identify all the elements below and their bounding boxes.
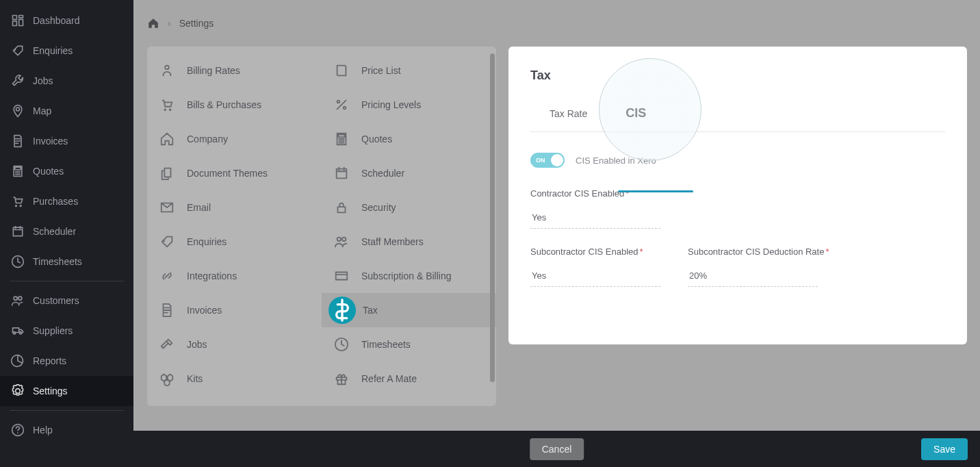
settings-item-subscription-billing[interactable]: Subscription & Billing — [322, 259, 496, 293]
settings-item-tax[interactable]: Tax — [322, 293, 496, 327]
settings-item-integrations[interactable]: Integrations — [147, 259, 322, 293]
settings-item-pricing-levels[interactable]: Pricing Levels — [322, 88, 496, 122]
settings-item-invoices[interactable]: Invoices — [147, 293, 322, 327]
main-content: › Settings Billing RatesBills & Purchase… — [133, 0, 980, 431]
breadcrumb: › Settings — [133, 0, 980, 47]
sidebar-item-label: Scheduler — [33, 226, 76, 237]
settings-item-label: Integrations — [187, 270, 237, 281]
bottom-bar: Cancel Save — [133, 431, 980, 467]
sidebar-item-label: Timesheets — [33, 256, 82, 267]
settings-item-jobs[interactable]: Jobs — [147, 327, 322, 362]
toggle-description: CIS Enabled in Xero — [576, 155, 656, 166]
person-icon — [159, 63, 175, 78]
settings-item-enquiries[interactable]: Enquiries — [147, 225, 322, 259]
settings-item-label: Tax — [363, 305, 378, 316]
book-icon — [334, 63, 349, 78]
calendar-icon — [11, 225, 25, 238]
sidebar-divider — [10, 281, 124, 281]
settings-item-email[interactable]: Email — [147, 190, 322, 225]
panel-title: Tax — [530, 68, 945, 83]
settings-item-security[interactable]: Security — [322, 190, 496, 225]
home-icon — [159, 131, 175, 147]
clock-icon — [11, 255, 25, 268]
active-tab-underline — [618, 190, 693, 192]
gift-icon — [334, 371, 349, 386]
contractor-cis-select[interactable]: Yes — [530, 208, 660, 229]
settings-item-company[interactable]: Company — [147, 122, 322, 156]
sidebar-item-enquiries[interactable]: Enquiries — [0, 36, 133, 66]
truck-icon — [11, 324, 25, 338]
sidebar-item-label: Quotes — [33, 166, 64, 177]
settings-item-bills-purchases[interactable]: Bills & Purchases — [147, 88, 322, 122]
settings-item-label: Staff Members — [361, 236, 424, 247]
clock-icon — [334, 337, 349, 352]
tab-tax-rate[interactable]: Tax Rate — [530, 101, 606, 130]
dashboard-icon — [11, 14, 25, 27]
wrench-icon — [11, 74, 25, 88]
settings-item-kits[interactable]: Kits — [147, 362, 322, 396]
settings-item-refer-a-mate[interactable]: Refer A Mate — [322, 362, 496, 396]
sidebar-item-label: Dashboard — [33, 15, 80, 26]
settings-item-scheduler[interactable]: Scheduler — [322, 156, 496, 190]
sidebar-item-scheduler[interactable]: Scheduler — [0, 216, 133, 247]
settings-item-timesheets[interactable]: Timesheets — [322, 327, 496, 362]
sidebar-item-map[interactable]: Map — [0, 96, 133, 126]
settings-item-label: Pricing Levels — [361, 99, 421, 110]
mail-icon — [159, 200, 175, 215]
sidebar-item-label: Suppliers — [33, 325, 73, 336]
sidebar-item-help[interactable]: Help — [0, 415, 133, 445]
settings-item-label: Jobs — [187, 339, 207, 350]
toggle-knob — [551, 154, 563, 166]
settings-item-staff-members[interactable]: Staff Members — [322, 225, 496, 259]
sidebar-item-invoices[interactable]: Invoices — [0, 126, 133, 156]
scrollbar[interactable] — [490, 53, 495, 382]
subcontractor-cis-select[interactable]: Yes — [530, 266, 660, 287]
tax-panel: Tax Tax Rate CIS ON CIS Enabled in Xero … — [508, 47, 967, 344]
deduction-rate-select[interactable]: 20% — [688, 266, 818, 287]
card-icon — [334, 268, 349, 283]
settings-item-label: Quotes — [361, 134, 392, 144]
settings-item-billing-rates[interactable]: Billing Rates — [147, 53, 322, 88]
doc-icon — [11, 134, 25, 148]
chevron-right-icon: › — [168, 18, 171, 29]
cis-enabled-toggle[interactable]: ON — [530, 153, 565, 168]
sidebar-item-purchases[interactable]: Purchases — [0, 186, 133, 216]
doc-icon — [159, 303, 175, 318]
calendar-icon — [334, 166, 349, 181]
settings-item-label: Timesheets — [361, 339, 411, 350]
calc-icon — [11, 164, 25, 178]
tags-icon — [159, 234, 175, 249]
settings-item-label: Invoices — [187, 305, 222, 316]
sidebar-item-reports[interactable]: Reports — [0, 346, 133, 376]
sidebar-item-jobs[interactable]: Jobs — [0, 66, 133, 96]
sidebar-item-label: Jobs — [33, 75, 53, 86]
toggle-on-label: ON — [536, 157, 545, 164]
lock-icon — [334, 200, 349, 215]
cis-toggle-row: ON CIS Enabled in Xero — [530, 153, 945, 168]
sidebar-item-customers[interactable]: Customers — [0, 286, 133, 316]
settings-item-price-list[interactable]: Price List — [322, 53, 496, 88]
hammer-icon — [159, 337, 175, 352]
save-button[interactable]: Save — [921, 438, 968, 460]
cancel-button[interactable]: Cancel — [530, 438, 584, 460]
tags-icon — [11, 44, 25, 58]
home-icon[interactable] — [147, 17, 159, 29]
cart-icon — [159, 97, 175, 112]
settings-item-label: Kits — [187, 373, 203, 384]
settings-item-label: Refer A Mate — [361, 373, 417, 384]
dollar-icon — [328, 296, 356, 324]
tab-cis[interactable]: CIS — [606, 99, 665, 131]
settings-item-quotes[interactable]: Quotes — [322, 122, 496, 156]
sidebar-item-timesheets[interactable]: Timesheets — [0, 247, 133, 277]
sidebar-item-label: Purchases — [33, 196, 78, 207]
sidebar-item-dashboard[interactable]: Dashboard — [0, 5, 133, 36]
sidebar-item-label: Invoices — [33, 136, 68, 147]
pie-icon — [11, 354, 25, 368]
sidebar-item-quotes[interactable]: Quotes — [0, 156, 133, 186]
users-icon — [11, 294, 25, 307]
settings-item-document-themes[interactable]: Document Themes — [147, 156, 322, 190]
sidebar-item-settings[interactable]: Settings — [0, 376, 133, 406]
calc-icon — [334, 131, 349, 147]
tabs: Tax Rate CIS — [530, 99, 945, 132]
sidebar-item-suppliers[interactable]: Suppliers — [0, 316, 133, 346]
